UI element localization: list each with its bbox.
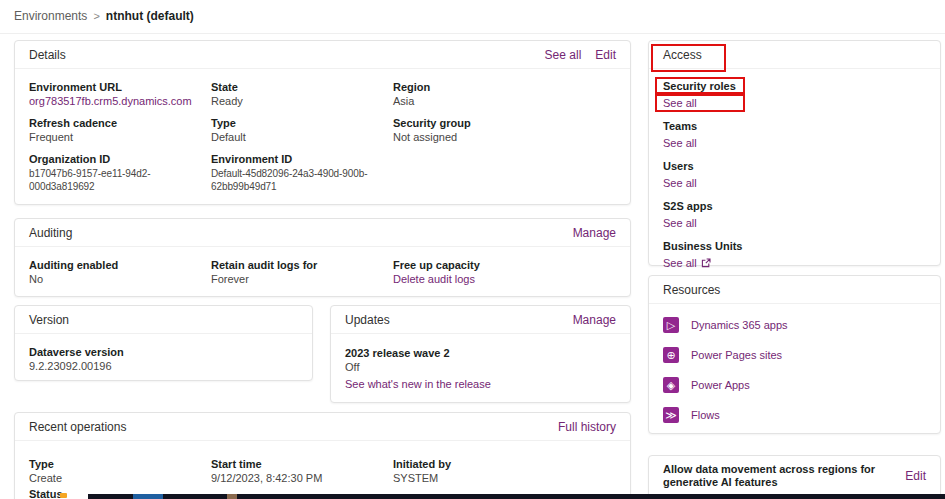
resource-label: Dynamics 365 apps [691,319,788,331]
environment-details-page: Environments>ntnhut (default) Details Se… [0,0,945,499]
generative-ai-title: Allow data movement across regions for g… [663,463,893,489]
field-region: Region Asia [393,81,616,108]
auditing-card: Auditing Manage Auditing enabled No Reta… [14,218,631,297]
security-roles-see-all-link[interactable]: See all [663,97,697,109]
access-card: Access Security roles See all Teams See … [648,40,941,266]
auditing-manage-link[interactable]: Manage [573,226,616,240]
updates-body: 2023 release wave 2 Off See what's new i… [331,334,630,404]
release-wave-title: 2023 release wave 2 [345,346,616,360]
field-environment-id: Environment ID Default-45d82096-24a3-490… [211,153,393,193]
resource-label: Power Pages sites [691,349,782,361]
environment-url-link[interactable]: org783517fb.crm5.dynamics.com [29,95,192,107]
field-organization-id: Organization ID b17047b6-9157-ee11-94d2-… [29,153,211,193]
field-refresh-cadence: Refresh cadence Frequent [29,117,211,144]
field-free-up-capacity: Free up capacity Delete audit logs [393,259,616,286]
breadcrumb: Environments>ntnhut (default) [14,9,194,23]
field-auditing-enabled: Auditing enabled No [29,259,211,286]
version-card-header: Version [15,306,312,334]
breadcrumb-current-environment: ntnhut (default) [106,9,194,23]
access-title: Access [663,48,702,62]
updates-title: Updates [345,313,390,327]
resources-card: Resources ▷ Dynamics 365 apps ⊕ Power Pa… [648,275,941,434]
field-environment-url: Environment URL org783517fb.crm5.dynamic… [29,81,211,108]
resource-item-flows[interactable]: ≫ Flows [663,400,926,430]
details-see-all-link[interactable]: See all [545,48,582,62]
version-card: Version Dataverse version 9.2.23092.0019… [14,305,313,381]
field-retain-audit-logs: Retain audit logs for Forever [211,259,393,286]
details-edit-link[interactable]: Edit [595,48,616,62]
breadcrumb-separator-icon: > [93,10,99,22]
recent-operations-title: Recent operations [29,420,126,434]
details-card-header: Details See all Edit [15,41,630,69]
release-wave-status: Off [345,360,616,374]
details-fields: Environment URL org783517fb.crm5.dynamic… [15,69,630,205]
updates-card: Updates Manage 2023 release wave 2 Off S… [330,305,631,403]
resource-item-power-pages-sites[interactable]: ⊕ Power Pages sites [663,340,926,370]
taskbar-tan-icon [227,494,237,499]
resources-title: Resources [663,283,720,297]
field-type: Type Default [211,117,393,144]
access-item-security-roles: Security roles See all [663,79,926,111]
resource-label: Flows [691,409,720,421]
access-item-users: Users See all [663,159,926,191]
generative-ai-header: Allow data movement across regions for g… [649,456,940,497]
access-card-header: Access [649,41,940,69]
resources-card-header: Resources [649,276,940,304]
details-title: Details [29,48,66,62]
business-units-see-all-link[interactable]: See all [663,257,711,269]
power-pages-icon: ⊕ [663,347,679,363]
access-items: Security roles See all Teams See all Use… [649,69,940,289]
resource-item-power-apps[interactable]: ◈ Power Apps [663,370,926,400]
auditing-fields: Auditing enabled No Retain audit logs fo… [15,247,630,298]
delete-audit-logs-link[interactable]: Delete audit logs [393,273,475,285]
recent-operations-card: Recent operations Full history Type Crea… [14,412,631,499]
field-dataverse-version: Dataverse version 9.2.23092.00196 [29,346,298,373]
generative-ai-card: Allow data movement across regions for g… [648,455,941,499]
version-body: Dataverse version 9.2.23092.00196 [15,334,312,385]
teams-see-all-link[interactable]: See all [663,137,697,149]
users-see-all-link[interactable]: See all [663,177,697,189]
generative-ai-edit-link[interactable]: Edit [905,469,926,483]
breadcrumb-environments[interactable]: Environments [14,9,87,23]
resource-item-dynamics-365-apps[interactable]: ▷ Dynamics 365 apps [663,310,926,340]
access-item-s2s-apps: S2S apps See all [663,199,926,231]
dynamics-365-icon: ▷ [663,317,679,333]
taskbar-orange-icon [60,493,67,498]
release-notes-link[interactable]: See what's new in the release [345,377,491,391]
access-item-business-units: Business Units See all [663,239,926,271]
taskbar-blue-icon [133,494,163,499]
updates-card-header: Updates Manage [331,306,630,334]
access-item-teams: Teams See all [663,119,926,151]
s2s-apps-see-all-link[interactable]: See all [663,217,697,229]
recent-operations-header: Recent operations Full history [15,413,630,441]
external-link-icon [701,257,711,271]
resource-label: Power Apps [691,379,750,391]
details-card: Details See all Edit Environment URL org… [14,40,631,205]
resources-items: ▷ Dynamics 365 apps ⊕ Power Pages sites … [649,304,940,436]
auditing-title: Auditing [29,226,72,240]
field-operation-start-time: Start time 9/12/2023, 8:42:30 PM [211,458,393,485]
full-history-link[interactable]: Full history [558,420,616,434]
updates-manage-link[interactable]: Manage [573,313,616,327]
auditing-card-header: Auditing Manage [15,219,630,247]
flows-icon: ≫ [663,407,679,423]
field-operation-type: Type Create [29,458,211,485]
taskbar-strip [88,494,945,499]
field-security-group: Security group Not assigned [393,117,616,144]
page-top-divider [0,33,945,34]
version-title: Version [29,313,69,327]
power-apps-icon: ◈ [663,377,679,393]
field-operation-initiated-by: Initiated by SYSTEM [393,458,616,485]
recent-operations-fields: Type Create Start time 9/12/2023, 8:42:3… [15,441,630,499]
field-state: State Ready [211,81,393,108]
